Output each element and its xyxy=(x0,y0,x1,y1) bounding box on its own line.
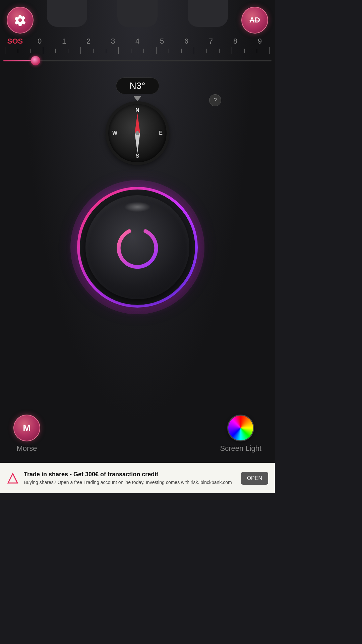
scale-sos: SOS xyxy=(5,37,25,46)
power-button[interactable] xyxy=(85,195,189,299)
scale-labels: SOS 0 1 2 3 4 5 6 7 8 9 xyxy=(3,37,272,46)
morse-button[interactable]: M xyxy=(13,415,40,441)
needle-center xyxy=(135,131,139,135)
ad-banner: Trade in shares - Get 300€ of transactio… xyxy=(0,463,275,493)
scale-3: 3 xyxy=(103,37,123,46)
tab-right xyxy=(188,0,228,27)
scale-ticks xyxy=(3,47,272,54)
power-icon xyxy=(111,220,164,274)
needle-north xyxy=(135,113,140,133)
slider-container[interactable] xyxy=(3,56,272,66)
power-area: OFF xyxy=(0,180,275,408)
scale-2: 2 xyxy=(78,37,99,46)
tick xyxy=(206,49,207,53)
slider-area: SOS 0 1 2 3 4 5 6 7 8 9 xyxy=(0,37,275,67)
tick-major xyxy=(194,47,194,54)
scale-0: 0 xyxy=(29,37,50,46)
compass-west-label: W xyxy=(112,130,117,136)
ad-subtitle: Buying shares? Open a free Trading accou… xyxy=(24,479,236,485)
compass-north-label: N xyxy=(135,107,139,113)
tick xyxy=(18,49,18,53)
scale-7: 7 xyxy=(201,37,221,46)
morse-button-container[interactable]: M Morse xyxy=(13,415,40,453)
ad-open-button[interactable]: OPEN xyxy=(241,472,268,485)
svg-line-2 xyxy=(8,474,13,483)
screen-light-container[interactable]: Screen Light xyxy=(220,415,261,453)
scale-9: 9 xyxy=(250,37,270,46)
compass-widget: N S E W xyxy=(107,103,168,163)
power-outer-glow xyxy=(70,180,204,314)
tick xyxy=(68,49,68,53)
tick xyxy=(93,49,94,53)
header: AD xyxy=(0,0,275,34)
compass-east-label: E xyxy=(159,130,163,136)
tab-center xyxy=(117,0,158,27)
tick xyxy=(131,49,131,53)
tick xyxy=(55,49,56,53)
tick-major xyxy=(156,47,157,54)
ad-logo-icon xyxy=(7,472,19,484)
morse-text-label: Morse xyxy=(16,444,37,453)
scale-5: 5 xyxy=(152,37,172,46)
ad-label: AD xyxy=(249,16,260,24)
slider-track xyxy=(3,60,272,61)
tick-major xyxy=(232,47,232,54)
tick xyxy=(257,49,257,53)
tick xyxy=(181,49,182,53)
scale-8: 8 xyxy=(225,37,245,46)
svg-marker-1 xyxy=(8,474,17,483)
scale-6: 6 xyxy=(176,37,196,46)
scale-1: 1 xyxy=(54,37,74,46)
ad-text-block: Trade in shares - Get 300€ of transactio… xyxy=(24,471,236,485)
help-button[interactable]: ? xyxy=(209,94,221,106)
bottom-buttons: M Morse Screen Light xyxy=(0,408,275,463)
settings-button[interactable] xyxy=(7,7,34,34)
tick-major xyxy=(269,47,270,54)
compass-reading: N3° xyxy=(116,77,159,94)
power-glow xyxy=(124,202,151,212)
tick-major xyxy=(118,47,119,54)
app-container: AD SOS 0 1 2 3 4 5 6 7 8 9 xyxy=(0,0,275,493)
ad-button[interactable]: AD xyxy=(241,7,268,34)
tick-major xyxy=(5,47,5,54)
tick-major xyxy=(80,47,81,54)
tick xyxy=(169,49,169,53)
tick xyxy=(106,49,106,53)
scale-4: 4 xyxy=(127,37,147,46)
tick xyxy=(143,49,144,53)
screen-light-label: Screen Light xyxy=(220,444,261,453)
tick-major xyxy=(43,47,43,54)
slider-thumb[interactable] xyxy=(31,56,40,65)
tick xyxy=(244,49,245,53)
color-wheel-icon[interactable] xyxy=(227,415,254,441)
tick xyxy=(30,49,31,53)
compass-arrow-icon xyxy=(133,96,141,101)
compass-area: N3° ? N S E W xyxy=(0,77,275,163)
gear-icon xyxy=(14,14,26,26)
tab-left xyxy=(47,0,87,27)
compass-south-label: S xyxy=(136,153,139,159)
needle-south xyxy=(135,133,140,153)
tick xyxy=(219,49,220,53)
ad-title: Trade in shares - Get 300€ of transactio… xyxy=(24,471,236,478)
morse-icon-label: M xyxy=(23,423,31,433)
